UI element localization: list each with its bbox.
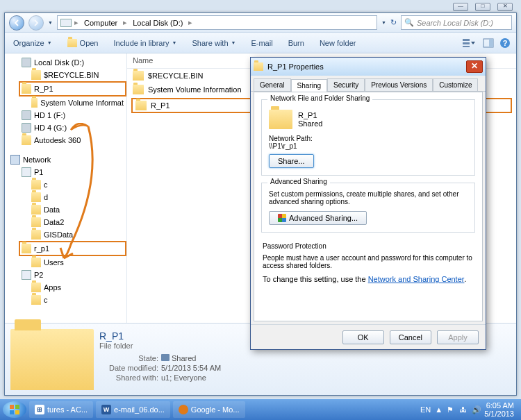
tree-local-disk-d[interactable]: Local Disk (D:) [5, 56, 126, 69]
tab-sharing[interactable]: Sharing [291, 79, 327, 92]
tree-network[interactable]: Network [5, 153, 126, 166]
tree-data[interactable]: Data [5, 203, 126, 216]
folder-icon [135, 101, 147, 110]
tree-c[interactable]: c [5, 178, 126, 191]
share-folder-icon [31, 180, 41, 190]
chevron-right-icon: ▸ [74, 18, 78, 27]
network-path-value: \\P1\r_p1 [269, 142, 468, 150]
tree-sidebar[interactable]: Local Disk (D:) $RECYCLE.BIN R_P1 System… [5, 53, 127, 323]
taskbar-item[interactable]: We-mail_06.do... [96, 401, 170, 418]
word-icon: W [101, 405, 111, 414]
nav-back-button[interactable] [9, 15, 24, 31]
flag-icon[interactable]: ⚑ [447, 405, 455, 414]
share-folder-icon [31, 217, 41, 227]
tree-rp1-net[interactable]: r_p1 [19, 241, 126, 256]
cancel-button[interactable]: Cancel [390, 330, 431, 344]
open-button[interactable]: Open [65, 37, 101, 49]
advanced-sharing-button[interactable]: Advanced Sharing... [269, 211, 367, 225]
tree-hd1[interactable]: HD 1 (F:) [5, 109, 126, 121]
tree-autodesk[interactable]: Autodesk 360 [5, 134, 126, 146]
svg-text:?: ? [503, 39, 508, 47]
group-network-sharing: Network File and Folder Sharing R_P1 Sha… [261, 99, 475, 176]
tree-p1[interactable]: P1 [5, 166, 126, 178]
folder-large-icon [10, 329, 94, 390]
language-indicator[interactable]: EN [420, 405, 431, 414]
tab-customize[interactable]: Customize [433, 78, 478, 91]
search-icon: 🔍 [404, 18, 414, 27]
breadcrumb-drive[interactable]: Local Disk (D:) [130, 19, 185, 27]
breadcrumb-computer[interactable]: Computer [81, 19, 120, 27]
dialog-titlebar[interactable]: R_P1 Properties ✕ [251, 58, 486, 76]
preview-pane-button[interactable] [483, 37, 494, 49]
chevron-right-icon: ▸ [188, 18, 192, 27]
apply-button[interactable]: Apply [437, 330, 479, 344]
new-folder-button[interactable]: New folder [317, 37, 359, 49]
properties-dialog: R_P1 Properties ✕ General Sharing Securi… [250, 57, 486, 350]
tab-security[interactable]: Security [327, 78, 365, 91]
share-folder-icon [31, 205, 41, 215]
taskbar-item[interactable]: Google - Mo... [173, 401, 245, 418]
breadcrumb-dropdown[interactable]: ▼ [381, 20, 386, 25]
refresh-icon[interactable]: ↻ [390, 18, 397, 27]
tree-c2[interactable]: c [5, 294, 126, 306]
ok-button[interactable]: OK [342, 330, 384, 344]
drive-icon [22, 110, 31, 120]
tab-general[interactable]: General [254, 78, 291, 91]
network-icon [10, 155, 20, 165]
system-tray[interactable]: EN ▲ ⚑ 🖧 🔊 6:05 AM 5/1/2013 [420, 401, 518, 418]
search-placeholder: Search Local Disk (D:) [417, 19, 493, 27]
tree-users[interactable]: Users [5, 256, 126, 269]
tray-chevron-icon[interactable]: ▲ [435, 405, 443, 414]
nav-forward-button[interactable] [28, 15, 44, 31]
app-icon: ⊞ [35, 405, 44, 414]
group-text: People must have a user account and pass… [263, 254, 474, 269]
folder-icon [22, 84, 31, 94]
nav-history-dropdown[interactable]: ▼ [48, 20, 53, 25]
details-state-label: State: [99, 354, 158, 362]
start-button[interactable] [3, 401, 26, 418]
help-button[interactable]: ? [499, 37, 511, 49]
breadcrumb[interactable]: ▸ Computer ▸ Local Disk (D:) ▸ [57, 15, 377, 30]
network-sharing-center-link[interactable]: Network and Sharing Center [368, 275, 465, 283]
details-type: File folder [99, 342, 221, 350]
tree-gisdata[interactable]: GISData [5, 228, 126, 241]
taskbar-item[interactable]: ⊞tures - AC... [29, 401, 93, 418]
window-maximize[interactable]: □ [475, 3, 490, 11]
tree-p2[interactable]: P2 [5, 269, 126, 281]
details-sharedwith-value: u1; Everyone [161, 373, 206, 382]
network-path-label: Network Path: [269, 135, 468, 142]
organize-button[interactable]: Organize▼ [10, 37, 55, 49]
tree-d[interactable]: d [5, 191, 126, 203]
window-close[interactable]: ✕ [497, 3, 513, 11]
folder-icon [133, 71, 144, 81]
share-folder-icon [22, 244, 31, 253]
tree-apps[interactable]: Apps [5, 281, 126, 294]
svg-rect-7 [10, 405, 14, 409]
tree-recycle[interactable]: $RECYCLE.BIN [5, 69, 126, 81]
share-button[interactable]: Share... [269, 154, 314, 168]
email-button[interactable]: E-mail [248, 37, 275, 49]
window-minimize[interactable]: — [453, 3, 468, 11]
folder-open-icon [67, 39, 77, 47]
tree-data2[interactable]: Data2 [5, 216, 126, 228]
details-modified-value: 5/1/2013 5:54 AM [161, 364, 221, 372]
shield-icon [278, 214, 286, 222]
share-folder-icon [31, 192, 41, 202]
share-with-button[interactable]: Share with▼ [190, 37, 239, 49]
include-library-button[interactable]: Include in library▼ [111, 37, 180, 49]
network-tray-icon[interactable]: 🖧 [459, 405, 468, 414]
computer-icon [22, 270, 31, 280]
tree-sysvol[interactable]: System Volume Informat [5, 96, 126, 109]
volume-icon[interactable]: 🔊 [472, 405, 480, 414]
search-input[interactable]: 🔍 Search Local Disk (D:) [401, 15, 512, 30]
tree-hd4[interactable]: HD 4 (G:) [5, 121, 126, 134]
tree-rp1[interactable]: R_P1 [19, 81, 126, 96]
folder-icon [133, 85, 144, 94]
tab-previous-versions[interactable]: Previous Versions [365, 78, 433, 91]
burn-button[interactable]: Burn [286, 37, 307, 49]
dialog-close-button[interactable]: ✕ [466, 60, 483, 73]
details-state-value: Shared [172, 354, 196, 362]
view-options-button[interactable] [462, 37, 477, 49]
svg-rect-8 [15, 405, 19, 409]
clock[interactable]: 6:05 AM 5/1/2013 [484, 401, 514, 418]
